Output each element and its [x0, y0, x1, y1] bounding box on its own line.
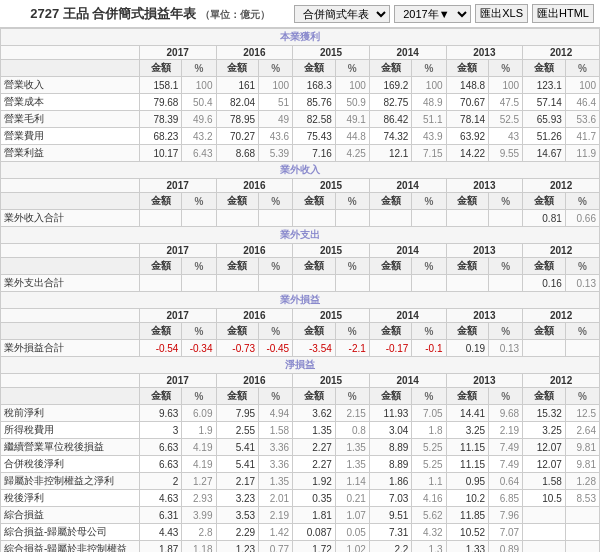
cell-value: 1.07: [335, 507, 369, 524]
cell-value: [523, 524, 566, 541]
cell-value: 7.96: [489, 507, 523, 524]
cell-value: 9.81: [565, 439, 599, 456]
cell-value: 6.63: [139, 439, 182, 456]
income-table: 本業獲利201720162015201420132012金額%金額%金額%金額%…: [0, 28, 600, 552]
cell-value: 14.67: [523, 145, 566, 162]
row-label: 歸屬於非控制權益之淨利: [1, 473, 140, 490]
report-type-select[interactable]: 合併簡式年表: [294, 5, 390, 23]
row-label: 業外收入合計: [1, 210, 140, 227]
cell-value: 82.04: [216, 94, 259, 111]
cell-value: 7.31: [369, 524, 412, 541]
page-title: 2727 王品 合併簡式損益年表 （單位：億元）: [6, 5, 294, 23]
cell-value: 1.14: [335, 473, 369, 490]
cell-value: 11.9: [565, 145, 599, 162]
cell-value: 12.5: [565, 405, 599, 422]
cell-value: 1.58: [523, 473, 566, 490]
cell-value: 0.21: [335, 490, 369, 507]
cell-value: 0.05: [335, 524, 369, 541]
cell-value: 0.19: [446, 340, 489, 357]
cell-value: 1.87: [139, 541, 182, 553]
cell-value: 86.42: [369, 111, 412, 128]
cell-value: 0.13: [489, 340, 523, 357]
cell-value: -0.54: [139, 340, 182, 357]
cell-value: 7.15: [412, 145, 446, 162]
table-row: 綜合損益-歸屬於母公司4.432.82.291.420.0870.057.314…: [1, 524, 600, 541]
row-label: 業外支出合計: [1, 275, 140, 292]
row-label: 營業毛利: [1, 111, 140, 128]
cell-value: 4.43: [139, 524, 182, 541]
cell-value: 78.14: [446, 111, 489, 128]
cell-value: 1.35: [335, 439, 369, 456]
cell-value: 2.64: [565, 422, 599, 439]
table-row: 營業毛利78.3949.678.954982.5849.186.4251.178…: [1, 111, 600, 128]
cell-value: 2.15: [335, 405, 369, 422]
table-row: 稅後淨利4.632.933.232.010.350.217.034.1610.2…: [1, 490, 600, 507]
cell-value: [446, 210, 489, 227]
cell-value: 3.23: [216, 490, 259, 507]
cell-value: 57.14: [523, 94, 566, 111]
cell-value: 100: [335, 77, 369, 94]
cell-value: 0.13: [565, 275, 599, 292]
cell-value: 7.95: [216, 405, 259, 422]
row-label: 綜合損益-歸屬於母公司: [1, 524, 140, 541]
cell-value: 7.07: [489, 524, 523, 541]
cell-value: 2.8: [182, 524, 216, 541]
cell-value: 2.19: [259, 507, 293, 524]
cell-value: 1.35: [293, 422, 336, 439]
cell-value: 12.07: [523, 439, 566, 456]
cell-value: 8.89: [369, 456, 412, 473]
cell-value: 14.41: [446, 405, 489, 422]
cell-value: 123.1: [523, 77, 566, 94]
table-row: 業外收入合計0.810.66: [1, 210, 600, 227]
cell-value: 3.53: [216, 507, 259, 524]
cell-value: 5.25: [412, 439, 446, 456]
row-label: 業外損益合計: [1, 340, 140, 357]
cell-value: [489, 275, 523, 292]
cell-value: 9.55: [489, 145, 523, 162]
cell-value: 3.25: [523, 422, 566, 439]
export-xls-button[interactable]: 匯出XLS: [475, 4, 528, 23]
cell-value: [182, 210, 216, 227]
cell-value: 2.01: [259, 490, 293, 507]
cell-value: 75.43: [293, 128, 336, 145]
cell-value: 6.31: [139, 507, 182, 524]
cell-value: 5.39: [259, 145, 293, 162]
table-row: 綜合損益6.313.993.532.191.811.079.515.6211.8…: [1, 507, 600, 524]
row-label: 合併稅後淨利: [1, 456, 140, 473]
cell-value: [412, 275, 446, 292]
cell-value: 6.43: [182, 145, 216, 162]
cell-value: 1.23: [216, 541, 259, 553]
year-select[interactable]: 2017年▼: [394, 5, 471, 23]
cell-value: 168.3: [293, 77, 336, 94]
cell-value: 0.66: [565, 210, 599, 227]
cell-value: 1.27: [182, 473, 216, 490]
cell-value: [446, 275, 489, 292]
cell-value: [139, 210, 182, 227]
cell-value: 12.07: [523, 456, 566, 473]
row-label: 營業收入: [1, 77, 140, 94]
cell-value: 10.2: [446, 490, 489, 507]
cell-value: 100: [182, 77, 216, 94]
cell-value: 1.1: [412, 473, 446, 490]
cell-value: 2.27: [293, 456, 336, 473]
cell-value: 3.25: [446, 422, 489, 439]
cell-value: 3.04: [369, 422, 412, 439]
cell-value: 46.4: [565, 94, 599, 111]
cell-value: 15.32: [523, 405, 566, 422]
table-row: 合併稅後淨利6.634.195.413.362.271.358.895.2511…: [1, 456, 600, 473]
cell-value: 63.92: [446, 128, 489, 145]
row-label: 綜合損益-歸屬於非控制權益: [1, 541, 140, 553]
cell-value: 3: [139, 422, 182, 439]
cell-value: 161: [216, 77, 259, 94]
cell-value: 11.93: [369, 405, 412, 422]
cell-value: -2.1: [335, 340, 369, 357]
cell-value: 10.17: [139, 145, 182, 162]
cell-value: 9.51: [369, 507, 412, 524]
cell-value: [293, 275, 336, 292]
cell-value: [259, 210, 293, 227]
cell-value: [523, 507, 566, 524]
cell-value: -0.73: [216, 340, 259, 357]
cell-value: [335, 275, 369, 292]
cell-value: 0.77: [259, 541, 293, 553]
export-html-button[interactable]: 匯出HTML: [532, 4, 594, 23]
